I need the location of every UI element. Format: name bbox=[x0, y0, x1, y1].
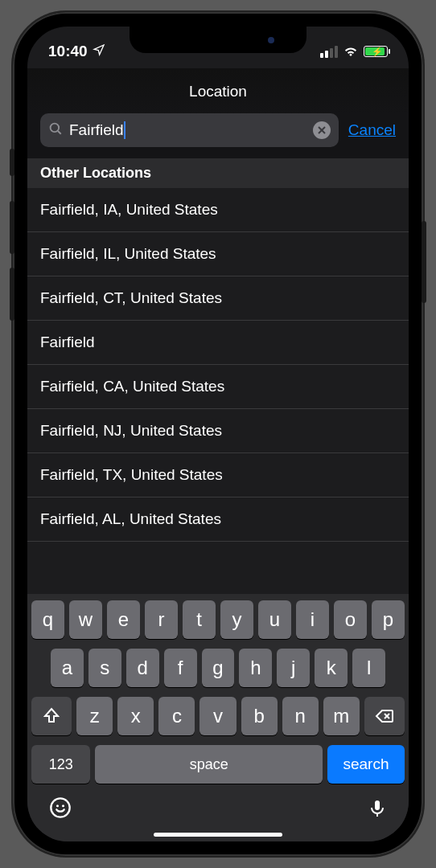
search-key[interactable]: search bbox=[327, 745, 405, 784]
key-l[interactable]: l bbox=[352, 649, 385, 687]
dictation-button[interactable] bbox=[368, 798, 387, 824]
battery-icon: ⚡ bbox=[364, 46, 388, 57]
section-header: Other Locations bbox=[27, 158, 409, 188]
wifi-icon bbox=[343, 43, 359, 60]
key-z[interactable]: z bbox=[76, 697, 113, 735]
result-item[interactable]: Fairfield, TX, United States bbox=[27, 453, 409, 497]
key-d[interactable]: d bbox=[126, 649, 159, 687]
backspace-key[interactable] bbox=[364, 697, 405, 735]
shift-key[interactable] bbox=[31, 697, 72, 735]
search-row: Fairfield Cancel bbox=[27, 113, 409, 158]
keyboard-row-2: asdfghjkl bbox=[31, 649, 405, 687]
key-x[interactable]: x bbox=[117, 697, 154, 735]
power-button[interactable] bbox=[422, 221, 426, 303]
result-item[interactable]: Fairfield, CT, United States bbox=[27, 276, 409, 321]
volume-up-button[interactable] bbox=[10, 201, 14, 254]
svg-point-0 bbox=[51, 123, 60, 132]
text-caret bbox=[124, 121, 125, 139]
search-icon bbox=[48, 121, 63, 140]
key-i[interactable]: i bbox=[296, 600, 329, 639]
sensor-dot bbox=[268, 37, 274, 43]
key-q[interactable]: q bbox=[31, 600, 64, 639]
result-item[interactable]: Fairfield bbox=[27, 321, 409, 365]
mute-switch[interactable] bbox=[10, 149, 14, 176]
key-m[interactable]: m bbox=[323, 697, 360, 735]
keyboard-row-1: qwertyuiop bbox=[31, 600, 405, 639]
key-a[interactable]: a bbox=[51, 649, 84, 687]
location-arrow-icon bbox=[93, 43, 105, 60]
key-r[interactable]: r bbox=[145, 600, 178, 639]
screen: 10:40 ⚡ Location bbox=[27, 27, 409, 841]
key-j[interactable]: j bbox=[277, 649, 310, 687]
volume-down-button[interactable] bbox=[10, 268, 14, 321]
key-p[interactable]: p bbox=[372, 600, 405, 639]
search-field[interactable]: Fairfield bbox=[40, 113, 339, 147]
search-input-text[interactable]: Fairfield bbox=[69, 121, 124, 139]
key-w[interactable]: w bbox=[69, 600, 102, 639]
key-e[interactable]: e bbox=[107, 600, 140, 639]
clear-button[interactable] bbox=[313, 121, 331, 139]
svg-rect-9 bbox=[375, 800, 380, 810]
result-item[interactable]: Fairfield, NJ, United States bbox=[27, 409, 409, 453]
key-o[interactable]: o bbox=[334, 600, 367, 639]
keyboard-footer bbox=[31, 788, 405, 826]
status-time: 10:40 bbox=[48, 43, 88, 60]
results-list: Fairfield, IA, United StatesFairfield, I… bbox=[27, 188, 409, 542]
svg-line-1 bbox=[58, 131, 61, 134]
cancel-button[interactable]: Cancel bbox=[348, 121, 396, 139]
key-y[interactable]: y bbox=[220, 600, 253, 639]
space-key[interactable]: space bbox=[95, 745, 323, 784]
result-item[interactable]: Fairfield, IA, United States bbox=[27, 188, 409, 232]
status-left: 10:40 bbox=[48, 43, 105, 60]
phone-frame: 10:40 ⚡ Location bbox=[13, 12, 423, 856]
key-t[interactable]: t bbox=[183, 600, 216, 639]
home-indicator[interactable] bbox=[154, 833, 282, 837]
status-right: ⚡ bbox=[320, 43, 388, 60]
keyboard-row-3: zxcvbnm bbox=[31, 697, 405, 735]
notch bbox=[130, 27, 306, 53]
key-u[interactable]: u bbox=[258, 600, 291, 639]
key-h[interactable]: h bbox=[239, 649, 272, 687]
key-n[interactable]: n bbox=[282, 697, 319, 735]
emoji-button[interactable] bbox=[49, 796, 72, 825]
keyboard-row-4: 123 space search bbox=[31, 745, 405, 784]
cellular-signal-icon bbox=[320, 46, 338, 58]
svg-point-6 bbox=[51, 798, 69, 817]
result-item[interactable]: Fairfield, CA, United States bbox=[27, 365, 409, 409]
result-item[interactable]: Fairfield, IL, United States bbox=[27, 232, 409, 276]
svg-point-7 bbox=[56, 805, 59, 807]
keyboard: qwertyuiop asdfghjkl zxcvbnm 123 space s… bbox=[27, 594, 409, 841]
key-c[interactable]: c bbox=[158, 697, 195, 735]
numbers-key[interactable]: 123 bbox=[31, 745, 90, 784]
key-v[interactable]: v bbox=[199, 697, 236, 735]
key-f[interactable]: f bbox=[164, 649, 197, 687]
svg-point-8 bbox=[62, 805, 64, 807]
key-s[interactable]: s bbox=[88, 649, 121, 687]
key-b[interactable]: b bbox=[241, 697, 278, 735]
key-k[interactable]: k bbox=[315, 649, 348, 687]
key-g[interactable]: g bbox=[202, 649, 235, 687]
result-item[interactable]: Fairfield, AL, United States bbox=[27, 497, 409, 542]
page-title: Location bbox=[27, 68, 409, 113]
